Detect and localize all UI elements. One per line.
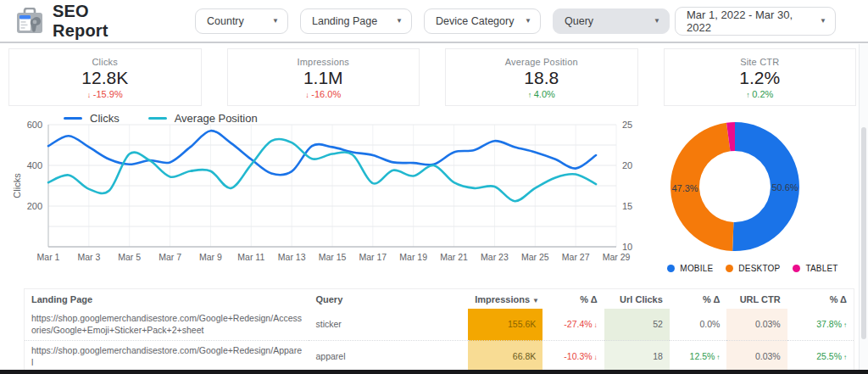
y-axis-tick-label: 600	[27, 120, 42, 130]
date-range-label: Mar 1, 2022 - Mar 30, 2022	[687, 8, 813, 34]
chart-legend: Clicks Average Position	[64, 112, 258, 125]
table-row: https://shop.googlemerchandisestore.com/…	[25, 309, 854, 341]
seo-report-logo-icon	[15, 8, 44, 35]
filter-chip-device-category[interactable]: Device Category▼	[424, 8, 541, 34]
right-axis-tick-label: 15	[622, 201, 632, 211]
filter-chip-label: Country	[207, 15, 244, 27]
scorecard-label: Clicks	[9, 57, 201, 67]
device-category-donut-chart: 50.6%47.3% MOBILEDESKTOPTABLET	[649, 113, 856, 287]
legend-item-average-position[interactable]: Average Position	[148, 112, 258, 125]
scorecard-row: Clicks12.8K↓ -15.9%Impressions1.1M↓ -16.…	[8, 48, 856, 106]
scorecard-site-ctr: Site CTR1.2%↑ 0.2%	[664, 48, 857, 106]
column-header--[interactable]: % Δ	[787, 289, 854, 309]
y-axis-tick-label: 200	[27, 201, 42, 211]
scrollbar-thumb[interactable]	[861, 127, 866, 339]
arrow-up-icon: ↑	[716, 354, 720, 361]
x-axis-tick-label: Mar 9	[199, 252, 222, 262]
chevron-down-icon: ▼	[272, 17, 279, 25]
data-table: Landing PageQueryImpressions▼% ΔUrl Clic…	[25, 289, 854, 374]
scorecard-label: Average Position	[446, 57, 637, 67]
column-header-url-ctr[interactable]: URL CTR	[726, 289, 787, 309]
filter-chip-landing-page[interactable]: Landing Page▼	[300, 8, 412, 34]
heat-cell-url-ctr: 0.03%	[726, 309, 787, 341]
scorecard-impressions: Impressions1.1M↓ -16.0%	[227, 48, 420, 106]
delta-cell-delta-url-clicks: 12.5%↑	[670, 341, 726, 373]
x-axis-tick-label: Mar 1	[37, 252, 60, 262]
scrollbar-track	[859, 44, 868, 374]
donut-plot: 50.6%47.3%	[649, 113, 856, 262]
column-header-landing-page[interactable]: Landing Page	[25, 289, 309, 309]
y-axis-title: Clicks	[12, 173, 22, 198]
legend-dot-icon	[667, 265, 675, 272]
filter-bar: Country▼Landing Page▼Device Category▼Que…	[195, 8, 670, 34]
cell-query: apparel	[309, 341, 468, 373]
x-axis-tick-label: Mar 15	[319, 252, 347, 262]
arrow-up-icon: ↑	[746, 91, 752, 99]
delta-cell-delta-impressions: -27.4%↓	[542, 309, 604, 341]
right-axis-tick-label: 25	[622, 120, 632, 130]
x-axis-tick-label: Mar 21	[440, 252, 468, 262]
sort-desc-icon: ▼	[532, 297, 539, 304]
legend-dot-icon	[726, 265, 733, 272]
scorecard-value: 1.2%	[665, 68, 856, 88]
scorecard-delta: ↓ -15.9%	[9, 89, 201, 99]
right-axis-tick-label: 20	[622, 160, 632, 170]
donut-legend-item-tablet[interactable]: TABLET	[793, 264, 837, 273]
scorecard-value: 12.8K	[9, 68, 201, 88]
column-header--[interactable]: % Δ	[670, 289, 726, 309]
line-series-average-position	[48, 139, 596, 201]
scorecard-value: 1.1M	[228, 68, 420, 88]
delta-cell-delta-impressions: -10.3%↓	[542, 341, 604, 373]
chevron-down-icon: ▼	[654, 17, 660, 25]
filter-chip-country[interactable]: Country▼	[195, 8, 288, 34]
filter-chip-label: Landing Page	[312, 15, 377, 27]
heat-cell-impressions: 66.8K	[468, 341, 542, 373]
donut-legend-item-mobile[interactable]: MOBILE	[667, 264, 713, 273]
column-header-url-clicks[interactable]: Url Clicks	[604, 289, 670, 309]
filter-chip-label: Device Category	[436, 15, 514, 27]
legend-label-average-position: Average Position	[175, 112, 258, 125]
scorecard-label: Impressions	[228, 57, 420, 67]
cell-landing-page: https://shop.googlemerchandisestore.com/…	[25, 309, 309, 341]
x-axis-tick-label: Mar 11	[237, 252, 264, 262]
donut-legend-label: DESKTOP	[738, 264, 780, 273]
donut-slice-label: 50.6%	[771, 182, 798, 193]
arrow-up-icon: ↑	[528, 91, 534, 99]
arrow-down-icon: ↓	[594, 354, 598, 361]
date-range-picker[interactable]: Mar 1, 2022 - Mar 30, 2022 ▼	[675, 7, 836, 36]
right-axis-tick-label: 10	[622, 242, 632, 252]
x-axis-tick-label: Mar 23	[481, 252, 509, 262]
x-axis-tick-label: Mar 17	[359, 252, 387, 262]
x-axis-tick-label: Mar 25	[521, 252, 549, 262]
scorecard-delta: ↑ 4.0%	[446, 89, 637, 99]
filter-chip-query[interactable]: Query▼	[553, 8, 670, 34]
heat-cell-impressions: 155.6K	[468, 309, 542, 341]
x-axis-tick-label: Mar 5	[118, 252, 141, 262]
clicks-line-swatch-icon	[64, 117, 82, 120]
scorecard-average-position: Average Position18.8↑ 4.0%	[445, 48, 638, 106]
arrow-down-icon: ↓	[87, 91, 93, 99]
delta-cell-delta-url-ctr: 37.8%↑	[787, 309, 854, 341]
donut-legend-item-desktop[interactable]: DESKTOP	[726, 264, 780, 273]
page-title: SEO Report	[53, 2, 147, 41]
cell-query: sticker	[309, 309, 468, 341]
average-position-line-swatch-icon	[148, 117, 167, 120]
legend-item-clicks[interactable]: Clicks	[64, 112, 120, 125]
x-axis-tick-label: Mar 7	[159, 252, 181, 262]
column-header-impressions[interactable]: Impressions▼	[468, 289, 542, 309]
timeseries-plot: 20040060010152025Mar 1Mar 3Mar 5Mar 7Mar…	[8, 111, 643, 287]
column-header--[interactable]: % Δ	[542, 289, 604, 309]
table-row: https://shop.googlemerchandisestore.com/…	[25, 341, 854, 373]
table-header-row: Landing PageQueryImpressions▼% ΔUrl Clic…	[25, 289, 854, 309]
delta-cell-delta-url-clicks: 0.0%	[670, 309, 726, 341]
heat-cell-url-clicks: 18	[604, 341, 670, 373]
donut-legend-label: MOBILE	[680, 264, 713, 273]
scorecard-delta: ↓ -16.0%	[228, 89, 420, 99]
x-axis-tick-label: Mar 19	[399, 252, 427, 262]
arrow-up-icon: ↑	[843, 354, 847, 361]
legend-dot-icon	[793, 265, 800, 272]
heat-cell-url-clicks: 52	[604, 309, 670, 341]
column-header-query[interactable]: Query	[309, 289, 468, 309]
donut-legend-label: TABLET	[805, 264, 837, 273]
y-axis-tick-label: 400	[27, 160, 42, 170]
